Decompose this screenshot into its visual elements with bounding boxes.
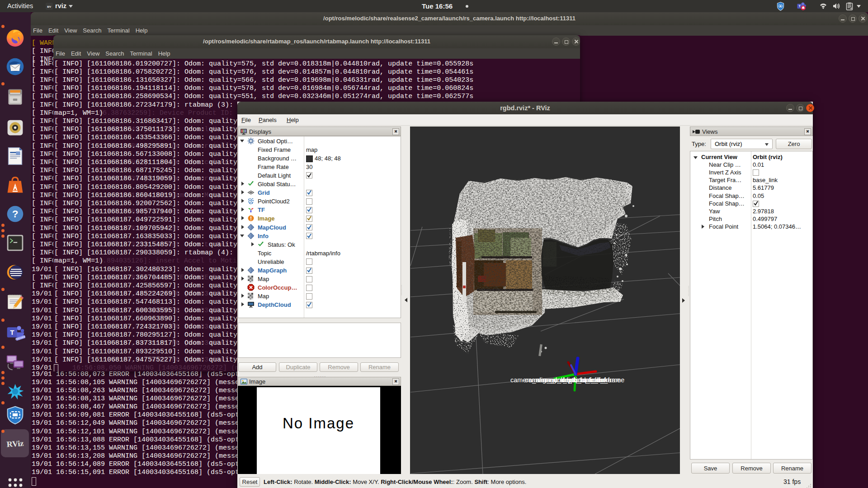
svg-text:RV: RV <box>47 5 52 8</box>
svg-text:?: ? <box>12 208 19 220</box>
svg-text:T: T <box>799 5 801 8</box>
svg-text:RViz: RViz <box>6 439 24 449</box>
svg-text:T: T <box>10 328 14 336</box>
